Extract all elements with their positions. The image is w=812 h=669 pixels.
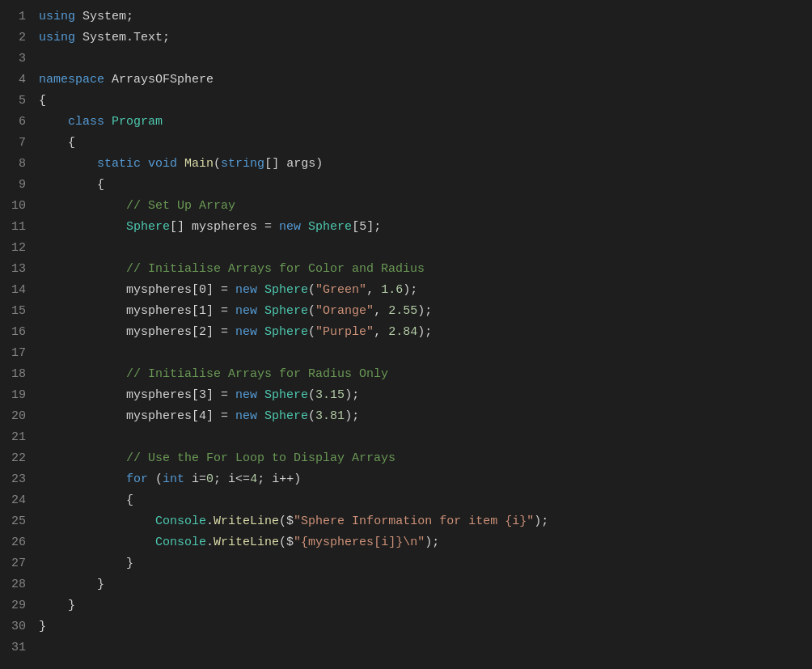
code-line: Sphere[] myspheres = new Sphere[5]; [39, 217, 799, 238]
token-plain [39, 157, 97, 171]
token-plain [257, 325, 264, 339]
line-number: 17 [0, 343, 26, 364]
code-line [39, 427, 799, 448]
token-plain: ( [308, 283, 315, 297]
token-number: 2.55 [388, 304, 417, 318]
code-line: } [39, 616, 799, 637]
code-line [39, 238, 799, 259]
line-number: 11 [0, 217, 26, 238]
token-kw-blue: using [39, 10, 75, 23]
token-plain: ; i++) [257, 472, 301, 486]
token-plain: ( [308, 388, 315, 402]
token-plain: } [39, 578, 104, 591]
code-line: { [39, 175, 799, 196]
token-kw-blue: class [68, 115, 104, 129]
line-number: 8 [0, 154, 26, 175]
code-line: { [39, 490, 799, 511]
code-line: myspheres[2] = new Sphere("Purple", 2.84… [39, 322, 799, 343]
token-number: 2.84 [388, 325, 417, 339]
token-plain [257, 409, 264, 423]
line-number: 26 [0, 532, 26, 553]
line-number: 16 [0, 322, 26, 343]
token-string-red: "Sphere Information for item {i}" [294, 514, 534, 528]
token-plain: { [39, 94, 46, 108]
token-kw-green: Sphere [264, 409, 308, 423]
token-plain: , [374, 325, 388, 339]
token-plain: } [39, 557, 133, 570]
token-plain: i= [184, 472, 206, 486]
token-plain: ArraysOFSphere [104, 73, 214, 87]
token-kw-blue: namespace [39, 73, 104, 87]
token-kw-green: Sphere [126, 220, 170, 234]
token-plain: [] myspheres = [170, 220, 279, 234]
token-kw-blue: for [126, 472, 148, 486]
code-line: for (int i=0; i<=4; i++) [39, 469, 799, 490]
token-plain [301, 220, 308, 234]
token-string-red: "{myspheres[i]}\n" [294, 536, 425, 549]
token-kw-green: Sphere [264, 283, 308, 297]
line-number: 20 [0, 406, 26, 427]
token-plain: ); [417, 304, 432, 318]
line-number: 24 [0, 490, 26, 511]
token-number: 4 [250, 472, 257, 486]
token-plain: ); [425, 536, 439, 549]
token-method: WriteLine [214, 536, 279, 549]
token-plain: myspheres[4] = [39, 409, 235, 423]
code-line: } [39, 553, 799, 574]
line-number: 6 [0, 112, 26, 133]
line-number: 19 [0, 385, 26, 406]
token-plain: [] args) [264, 157, 323, 171]
code-line [39, 637, 799, 658]
token-plain: { [39, 136, 75, 150]
token-number: 1.6 [381, 283, 403, 297]
token-plain: System.Text; [75, 31, 170, 44]
token-kw-blue: void [148, 157, 177, 171]
token-comment: // Use the For Loop to Display Arrays [126, 451, 395, 465]
token-kw-green: Program [112, 115, 163, 129]
token-kw-blue: new [235, 388, 257, 402]
token-plain [39, 451, 126, 465]
token-kw-yellow: Main [184, 157, 214, 171]
token-plain: ( [308, 325, 315, 339]
token-plain: { [39, 178, 104, 192]
token-plain: , [374, 304, 388, 318]
code-line: Console.WriteLine($"Sphere Information f… [39, 511, 799, 532]
token-plain: ; i<= [214, 472, 250, 486]
line-number: 12 [0, 238, 26, 259]
token-plain: $ [286, 536, 294, 549]
line-number: 1 [0, 6, 26, 28]
token-kw-blue: int [163, 472, 184, 486]
token-plain: . [206, 536, 214, 549]
token-number: 0 [206, 472, 214, 486]
line-number: 21 [0, 427, 26, 448]
code-line: { [39, 91, 799, 112]
token-plain: [5]; [352, 220, 381, 234]
token-string-red: "Green" [315, 283, 366, 297]
token-plain: myspheres[2] = [39, 325, 235, 339]
token-kw-blue: new [235, 304, 257, 318]
line-number: 23 [0, 469, 26, 490]
token-plain: ); [345, 409, 359, 423]
code-line: // Use the For Loop to Display Arrays [39, 448, 799, 469]
token-console-cls: Console [155, 514, 206, 528]
line-number: 29 [0, 595, 26, 616]
code-line: namespace ArraysOFSphere [39, 70, 799, 91]
token-plain: System; [75, 10, 133, 23]
token-plain: ( [279, 536, 286, 549]
token-number: 3.81 [315, 409, 345, 423]
token-kw-blue: static [97, 157, 141, 171]
token-kw-blue: new [279, 220, 301, 234]
code-line: myspheres[0] = new Sphere("Green", 1.6); [39, 280, 799, 301]
code-line: } [39, 595, 799, 616]
line-number: 22 [0, 448, 26, 469]
token-plain: myspheres[3] = [39, 388, 235, 402]
line-number: 7 [0, 133, 26, 154]
token-plain: , [366, 283, 381, 297]
token-kw-green: Sphere [264, 325, 308, 339]
line-number: 18 [0, 364, 26, 385]
code-line: myspheres[3] = new Sphere(3.15); [39, 385, 799, 406]
token-plain: ( [308, 304, 315, 318]
code-line: using System; [39, 6, 799, 28]
code-line: { [39, 133, 799, 154]
token-plain [257, 283, 264, 297]
